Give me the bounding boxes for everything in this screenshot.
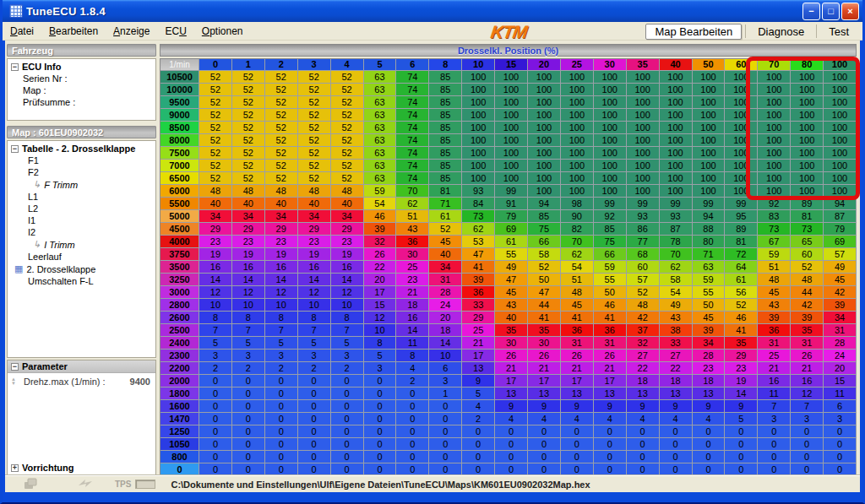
map-cell[interactable]: 53 (462, 236, 495, 248)
map-cell[interactable]: 21 (758, 362, 791, 375)
map-cell[interactable]: 30 (528, 337, 561, 350)
map-cell[interactable]: 100 (824, 185, 857, 198)
map-cell[interactable]: 79 (495, 210, 528, 223)
map-cell[interactable]: 61 (429, 210, 462, 223)
map-cell[interactable]: 100 (758, 71, 791, 84)
map-cell[interactable]: 43 (396, 223, 429, 236)
map-cell[interactable]: 3 (232, 350, 265, 362)
map-cell[interactable]: 0 (364, 387, 397, 400)
map-cell[interactable]: 85 (429, 109, 462, 122)
map-cell[interactable]: 100 (791, 109, 824, 122)
map-cell[interactable]: 100 (528, 185, 561, 198)
map-cell[interactable]: 16 (232, 261, 265, 274)
map-cell[interactable]: 68 (627, 248, 660, 261)
map-cell[interactable]: 14 (298, 274, 331, 286)
map-cell[interactable]: 100 (627, 84, 660, 96)
map-cell[interactable]: 31 (758, 337, 791, 350)
map-cell[interactable]: 0 (396, 463, 429, 476)
map-cell[interactable]: 0 (725, 425, 758, 438)
map-cell[interactable]: 16 (199, 261, 232, 274)
map-cell[interactable]: 2 (298, 362, 331, 375)
map-cell[interactable]: 34 (824, 312, 857, 324)
map-cell[interactable]: 85 (429, 134, 462, 147)
map-cell[interactable]: 25 (758, 350, 791, 362)
map-cell[interactable]: 40 (298, 198, 331, 210)
map-cell[interactable]: 52 (199, 172, 232, 185)
map-cell[interactable]: 100 (495, 160, 528, 172)
tree-item-f-trimm[interactable]: ↳F Trimm (8, 178, 155, 191)
map-cell[interactable]: 52 (199, 122, 232, 134)
map-cell[interactable]: 52 (232, 134, 265, 147)
map-cell[interactable]: 13 (594, 387, 627, 400)
map-cell[interactable]: 5 (265, 337, 298, 350)
map-cell[interactable]: 52 (199, 71, 232, 84)
map-cell[interactable]: 50 (528, 274, 561, 286)
map-cell[interactable]: 100 (824, 109, 857, 122)
map-cell[interactable]: 82 (561, 223, 594, 236)
map-cell[interactable]: 67 (758, 236, 791, 248)
map-cell[interactable]: 0 (725, 451, 758, 463)
map-cell[interactable]: 0 (232, 425, 265, 438)
map-cell[interactable]: 0 (265, 451, 298, 463)
map-cell[interactable]: 60 (627, 261, 660, 274)
map-cell[interactable]: 23 (232, 236, 265, 248)
map-cell[interactable]: 5 (199, 337, 232, 350)
map-cell[interactable]: 0 (331, 387, 364, 400)
map-cell[interactable]: 100 (791, 84, 824, 96)
map-cell[interactable]: 100 (791, 160, 824, 172)
map-cell[interactable]: 10 (265, 299, 298, 312)
map-cell[interactable]: 66 (528, 236, 561, 248)
map-cell[interactable]: 40 (495, 312, 528, 324)
map-cell[interactable]: 29 (331, 223, 364, 236)
map-cell[interactable]: 16 (265, 261, 298, 274)
map-cell[interactable]: 100 (660, 71, 693, 84)
map-cell[interactable]: 100 (693, 147, 726, 160)
map-cell[interactable]: 8 (364, 337, 397, 350)
tree-item-i2[interactable]: I2 (8, 226, 155, 238)
map-cell[interactable]: 100 (725, 122, 758, 134)
map-cell[interactable]: 0 (396, 425, 429, 438)
map-cell[interactable]: 52 (331, 71, 364, 84)
map-cell[interactable]: 26 (528, 350, 561, 362)
map-cell[interactable]: 0 (791, 463, 824, 476)
map-cell[interactable]: 100 (824, 147, 857, 160)
map-cell[interactable]: 45 (824, 274, 857, 286)
map-cell[interactable]: 4 (693, 413, 726, 425)
map-cell[interactable]: 13 (561, 387, 594, 400)
map-cell[interactable]: 94 (693, 210, 726, 223)
map-cell[interactable]: 23 (199, 236, 232, 248)
map-cell[interactable]: 30 (495, 337, 528, 350)
map-cell[interactable]: 45 (758, 286, 791, 299)
map-cell[interactable]: 63 (364, 109, 397, 122)
map-cell[interactable]: 48 (232, 185, 265, 198)
map-cell[interactable]: 75 (594, 236, 627, 248)
map-cell[interactable]: 0 (232, 438, 265, 451)
map-cell[interactable]: 85 (429, 71, 462, 84)
map-cell[interactable]: 8 (232, 312, 265, 324)
map-cell[interactable]: 0 (298, 463, 331, 476)
map-cell[interactable]: 0 (199, 400, 232, 413)
map-cell[interactable]: 100 (824, 160, 857, 172)
map-cell[interactable]: 7 (758, 400, 791, 413)
map-cell[interactable]: 22 (627, 362, 660, 375)
map-cell[interactable]: 24 (429, 299, 462, 312)
map-cell[interactable]: 62 (396, 198, 429, 210)
map-cell[interactable]: 41 (462, 261, 495, 274)
map-cell[interactable]: 74 (396, 109, 429, 122)
map-cell[interactable]: 63 (364, 71, 397, 84)
map-cell[interactable]: 16 (791, 375, 824, 387)
tab-diagnose[interactable]: Diagnose (749, 24, 813, 39)
map-cell[interactable]: 0 (331, 451, 364, 463)
map-cell[interactable]: 100 (462, 172, 495, 185)
map-cell[interactable]: 52 (232, 147, 265, 160)
map-cell[interactable]: 93 (660, 210, 693, 223)
map-cell[interactable]: 100 (528, 71, 561, 84)
map-cell[interactable]: 23 (331, 236, 364, 248)
map-cell[interactable]: 45 (429, 236, 462, 248)
map-cell[interactable]: 52 (331, 160, 364, 172)
map-cell[interactable]: 16 (396, 312, 429, 324)
map-cell[interactable]: 57 (627, 274, 660, 286)
map-cell[interactable]: 40 (429, 248, 462, 261)
ecu-info-group[interactable]: − ECU Info (8, 59, 155, 73)
map-cell[interactable]: 13 (528, 387, 561, 400)
